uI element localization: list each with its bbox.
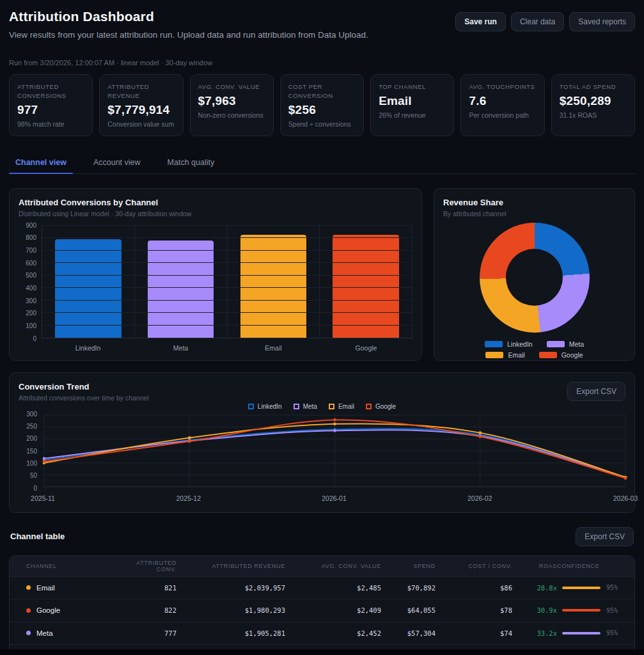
attributed-conv-cell: 822 — [119, 606, 177, 614]
pie-legend-swatch — [539, 352, 557, 358]
pie-legend-item-linkedin[interactable]: LinkedIn — [485, 340, 533, 348]
saved-reports-button[interactable]: Saved reports — [569, 12, 635, 31]
trend-legend-item-linkedin[interactable]: LinkedIn — [248, 403, 282, 410]
table-row-meta: Meta777$1,905,281$2,452$57,304$7433.2x95… — [10, 622, 634, 645]
confidence-bar — [562, 587, 601, 589]
table-body: Email821$2,039,957$2,485$70,892$8628.8x9… — [10, 576, 634, 649]
trend-legend-item-email[interactable]: Email — [329, 403, 354, 410]
trend-y-tick: 200 — [26, 435, 37, 442]
trend-y-tick: 250 — [26, 422, 37, 429]
trend-subtitle: Attributed conversions over time by chan… — [19, 394, 149, 402]
table-col-header: CHANNEL — [26, 563, 119, 569]
trend-legend-item-google[interactable]: Google — [366, 403, 396, 410]
confidence-cell: 95% — [557, 584, 618, 591]
bar-meta[interactable] — [148, 241, 214, 338]
trend-y-tick: 300 — [26, 410, 37, 417]
bar-linkedin[interactable] — [55, 239, 122, 337]
table-col-header: ATTRIBUTED CONV. — [119, 560, 177, 572]
trend-y-tick: 100 — [26, 459, 37, 466]
trend-export-csv-button[interactable]: Export CSV — [567, 382, 625, 401]
trend-header: Conversion Trend Attributed conversions … — [19, 382, 625, 402]
trend-y-tick: 50 — [30, 472, 37, 479]
bar-gridline — [42, 262, 412, 263]
trend-legend-label: Email — [338, 403, 354, 410]
pie-legend-swatch — [547, 341, 565, 347]
tab-account-view[interactable]: Account view — [92, 153, 142, 173]
tab-match-quality[interactable]: Match quality — [166, 153, 216, 173]
bar-y-tick: 0 — [33, 335, 36, 342]
header-text: Attribution Dashboard View results from … — [9, 9, 368, 40]
pie-legend-label: Google — [562, 351, 583, 359]
spend-cell: $70,892 — [381, 584, 436, 592]
bar-y-tick: 200 — [26, 310, 36, 317]
stat-card-value: $250,289 — [560, 94, 627, 108]
bar-x-label: Meta — [134, 344, 227, 352]
trend-x-label: 2025-11 — [31, 494, 55, 502]
stat-card: ATTRIBUTED REVENUE$7,779,914Conversion v… — [99, 74, 183, 136]
table-section-header: Channel table Export CSV — [9, 527, 635, 546]
stat-card-sub: Per conversion path — [469, 111, 536, 119]
trend-x-label: 2026-02 — [467, 494, 492, 502]
stat-card-sub: 31.1x ROAS — [560, 111, 627, 119]
avg-conv-value-cell: $2,409 — [285, 606, 381, 614]
stat-card: ATTRIBUTED CONVERSIONS97798% match rate — [9, 74, 93, 136]
trend-x-label: 2026-03 — [613, 494, 638, 502]
bar-cell-meta — [134, 225, 227, 338]
page-title: Attribution Dashboard — [9, 9, 368, 24]
trend-legend-label: Meta — [303, 403, 317, 410]
tab-channel-view[interactable]: Channel view — [14, 153, 68, 173]
table-col-header: SPEND — [381, 563, 436, 569]
donut-wrap — [443, 223, 625, 333]
spend-cell: $57,304 — [381, 629, 436, 637]
pie-legend-item-meta[interactable]: Meta — [547, 340, 584, 348]
pie-legend-item-email[interactable]: Email — [485, 351, 524, 359]
pie-subtitle: By attributed channel — [443, 210, 625, 217]
bar-cell-email — [227, 225, 320, 338]
confidence-pct: 95% — [606, 607, 618, 614]
bar-gridline — [42, 325, 412, 326]
bar-cell-linkedin — [42, 225, 134, 338]
stat-card-sub: 26% of revenue — [379, 111, 446, 119]
attributed-revenue-cell: $1,980,293 — [177, 606, 285, 614]
bar-gridline — [42, 225, 412, 226]
pie-legend: LinkedInMetaEmailGoogle — [443, 340, 625, 359]
channel-dot — [26, 585, 31, 590]
table-col-header: COST / CONV. — [436, 563, 512, 569]
attributed-revenue-cell: $2,039,957 — [177, 584, 285, 592]
save-run-button[interactable]: Save run — [455, 12, 506, 31]
trend-svg — [43, 414, 627, 488]
bar-gridline — [42, 275, 412, 276]
stat-card-label: TOTAL AD SPEND — [560, 83, 627, 91]
table-col-header: ROAS — [512, 563, 557, 569]
bar-chart-subtitle: Distributed using Linear model · 30-day … — [19, 210, 412, 217]
bar-x-axis: LinkedInMetaEmailGoogle — [42, 344, 412, 352]
channel-dot — [26, 631, 31, 635]
bar-chart-card: Attributed Conversions by Channel Distri… — [9, 188, 422, 361]
stat-cards: ATTRIBUTED CONVERSIONS97798% match rateA… — [9, 74, 635, 136]
channel-name: Google — [36, 606, 60, 614]
stat-card-label: ATTRIBUTED REVENUE — [107, 83, 175, 100]
pie-legend-label: LinkedIn — [507, 340, 533, 348]
attribution-dashboard-page: Attribution Dashboard View results from … — [0, 0, 644, 649]
trend-x-axis: 2025-112025-122026-012026-022026-03 — [43, 494, 625, 505]
pie-legend-item-google[interactable]: Google — [539, 351, 583, 359]
trend-legend-swatch — [329, 404, 334, 409]
trend-legend-item-meta[interactable]: Meta — [294, 403, 317, 410]
bar-plot — [42, 225, 412, 338]
channel-table: CHANNELATTRIBUTED CONV.ATTRIBUTED REVENU… — [9, 555, 635, 649]
stat-card-value: $256 — [288, 103, 356, 117]
confidence-pct: 95% — [606, 629, 618, 636]
bar-gridline — [42, 250, 412, 251]
bar-y-tick: 100 — [26, 322, 36, 329]
table-export-csv-button[interactable]: Export CSV — [576, 527, 634, 546]
clear-data-button[interactable]: Clear data — [511, 12, 564, 31]
donut-chart — [480, 223, 590, 333]
pie-legend-swatch — [485, 341, 503, 347]
attributed-revenue-cell: $1,905,281 — [177, 629, 285, 637]
roas-cell: 28.8x — [512, 584, 557, 592]
trend-legend-label: Google — [375, 403, 396, 410]
stat-card-label: TOP CHANNEL — [379, 83, 446, 91]
page-header: Attribution Dashboard View results from … — [9, 9, 635, 40]
bar-x-label: LinkedIn — [42, 344, 134, 352]
stat-card-sub: 98% match rate — [17, 120, 84, 128]
